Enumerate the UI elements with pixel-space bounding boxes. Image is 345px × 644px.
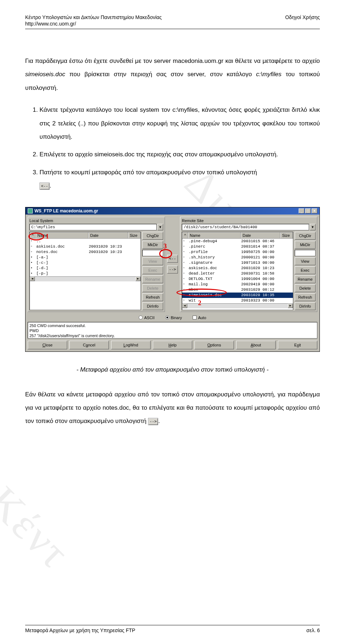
file-size xyxy=(281,287,292,293)
sort-col[interactable]: ^ xyxy=(182,232,188,238)
file-name: [-p-] xyxy=(36,271,89,276)
mask-input[interactable] xyxy=(142,250,163,256)
file-row[interactable]: ▫.profile19950725 00:00 xyxy=(182,249,293,255)
date-col[interactable]: Date xyxy=(241,232,280,238)
sort-col[interactable]: ^ xyxy=(30,232,36,238)
filename: simeioseis.doc xyxy=(95,151,135,158)
mkdir-button[interactable]: MkDir xyxy=(295,241,316,249)
file-date: 20030731 10:58 xyxy=(241,271,281,276)
transfer-column: <-- --> xyxy=(167,217,178,312)
local-label: Local System xyxy=(29,218,163,223)
file-size xyxy=(281,239,292,244)
name-col[interactable]: Name xyxy=(36,232,88,238)
name-col[interactable]: Name xyxy=(188,232,241,238)
file-row[interactable]: ▪[-c-] xyxy=(30,260,141,266)
status-line: PWD xyxy=(29,328,316,333)
exec-button[interactable]: Exec xyxy=(142,266,163,274)
refresh-button[interactable]: Refresh xyxy=(295,293,316,301)
size-col[interactable]: Size xyxy=(128,232,141,238)
status-log: 250 CWD command successful. PWD 257 "/di… xyxy=(28,322,317,339)
minimize-button[interactable]: _ xyxy=(299,208,304,213)
chgdir-button[interactable]: ChgDir xyxy=(295,232,316,240)
transfer-left-inline-button: <-- xyxy=(40,183,50,190)
mask-input[interactable] xyxy=(295,250,316,256)
close-button[interactable]: Close xyxy=(28,341,67,349)
annotation-label-2: 2 xyxy=(198,299,201,307)
delete-button[interactable]: Delete xyxy=(295,284,316,292)
transfer-left-button[interactable]: <-- xyxy=(167,255,178,263)
file-row[interactable]: ▫notes.doc20031020 10:23 xyxy=(30,249,141,255)
dirinfo-button[interactable]: DirInfo xyxy=(295,302,316,310)
status-line: 250 CWD command successful. xyxy=(29,323,316,328)
file-row[interactable]: ▫askiseis.doc20031020 10:23 xyxy=(182,266,293,271)
file-name: [-a-] xyxy=(36,255,89,260)
date-col[interactable]: Date xyxy=(88,232,128,238)
refresh-button[interactable]: Refresh xyxy=(142,293,163,301)
status-line: 257 "/disk2/users/staff/myari" is curren… xyxy=(29,333,316,338)
rename-button[interactable]: Rename xyxy=(142,275,163,283)
app-icon xyxy=(28,208,33,213)
file-row[interactable]: ▫dead.letter20030731 10:58 xyxy=(182,271,293,276)
file-row[interactable]: ▫.pinerc20031014 08:37 xyxy=(182,244,293,249)
file-row[interactable]: ▫.pine-debug420031015 08:46 xyxy=(182,239,293,244)
cancel-button[interactable]: Cancel xyxy=(69,341,109,349)
file-row[interactable]: ▫askiseis.doc20031020 10:23 xyxy=(30,244,141,249)
local-side-buttons: ChgDir MkDir View Exec Rename Delete Ref… xyxy=(142,232,163,310)
file-icon: ▪ xyxy=(31,255,36,260)
ascii-radio[interactable]: ASCII xyxy=(139,316,155,320)
auto-checkbox[interactable]: Auto xyxy=(193,316,206,320)
file-row[interactable]: ▫.signature19971013 00:00 xyxy=(182,260,293,266)
file-size xyxy=(128,260,140,266)
file-icon: ▫ xyxy=(31,244,36,249)
remote-path-input[interactable]: /disk2/users/student/BA/ba01400 xyxy=(182,224,309,230)
file-row[interactable]: ▪[-d-] xyxy=(30,266,141,271)
file-name: .signature xyxy=(189,260,241,266)
scrollbar-h[interactable]: ◄► xyxy=(30,276,141,281)
local-file-list[interactable]: ^ Name Date Size ↑..▫askiseis.doc2003102… xyxy=(29,232,141,310)
transfer-mode-row: ASCII Binary Auto xyxy=(26,314,319,322)
transfer-right-button[interactable]: --> xyxy=(167,266,178,273)
file-size xyxy=(281,244,292,249)
file-name: .pine-debug4 xyxy=(189,239,241,244)
size-col[interactable]: Size xyxy=(280,232,293,238)
dropdown-button[interactable]: ▼ xyxy=(310,224,316,230)
file-row[interactable]: ▫DETLOG.TXT19991004 00:00 xyxy=(182,276,293,282)
binary-radio[interactable]: Binary xyxy=(165,316,182,320)
dropdown-button[interactable]: ▼ xyxy=(157,224,163,230)
file-date xyxy=(89,255,128,260)
path: c:\myfiles xyxy=(172,106,198,113)
view-button[interactable]: View xyxy=(142,257,163,265)
exec-button[interactable]: Exec xyxy=(295,266,316,274)
file-name: notes.doc xyxy=(36,249,89,255)
dirinfo-button[interactable]: DirInfo xyxy=(142,302,163,310)
file-row[interactable]: ▫simeioseis.doc20031020 10:35 xyxy=(182,293,293,298)
help-button[interactable]: Help xyxy=(153,341,192,349)
local-path-input[interactable]: C:\myfiles xyxy=(29,224,157,230)
options-button[interactable]: Options xyxy=(194,341,234,349)
close-button[interactable]: × xyxy=(312,208,317,213)
rename-button[interactable]: Rename xyxy=(295,275,316,283)
exit-button[interactable]: Exit xyxy=(278,341,317,349)
chgdir-button[interactable]: ChgDir xyxy=(142,232,163,240)
remote-file-list[interactable]: ^ Name Date Size ▫.pine-debug420031015 0… xyxy=(182,232,293,310)
logwnd-button[interactable]: LogWnd xyxy=(111,341,151,349)
file-date: 20000121 00:00 xyxy=(241,255,281,260)
file-row[interactable]: ▫mail.log20020419 00:00 xyxy=(182,282,293,287)
file-size xyxy=(281,282,292,287)
titlebar: WS_FTP LE macedonia.uom.gr _ □ × xyxy=(26,207,319,215)
file-date: 20031020 10:23 xyxy=(89,249,128,255)
file-icon: ▫ xyxy=(183,244,188,249)
file-row[interactable]: ▪[-p-] xyxy=(30,271,141,276)
file-icon: ▫ xyxy=(183,287,188,293)
view-button[interactable]: View xyxy=(295,257,316,265)
maximize-button[interactable]: □ xyxy=(305,208,311,213)
file-row[interactable]: ▫.sh_history20000121 00:00 xyxy=(182,255,293,260)
file-row[interactable]: ▪[-a-] xyxy=(30,255,141,260)
file-icon: ▫ xyxy=(183,266,188,271)
mkdir-button[interactable]: MkDir xyxy=(142,241,163,249)
file-row[interactable]: ▫mbox20031029 08:12 xyxy=(182,287,293,293)
delete-button[interactable]: Delete xyxy=(142,284,163,292)
about-button[interactable]: About xyxy=(236,341,276,349)
steps-list: Κάνετε τρέχοντα κατάλογο του local syste… xyxy=(25,103,320,192)
label: Binary xyxy=(171,316,182,320)
